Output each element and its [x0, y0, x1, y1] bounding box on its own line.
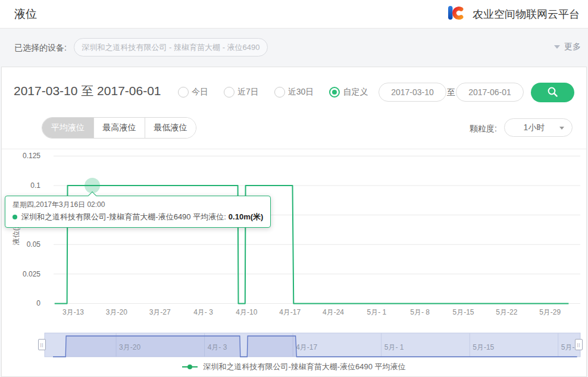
page-title: 液位	[14, 7, 37, 22]
radio-label: 近30日	[288, 87, 314, 98]
y-tick-label: 0.05	[5, 240, 40, 249]
tooltip-series-row: 深圳和之道科技有限公司-辣椒育苗大棚-液位6490 平均液位: 0.10m(米)	[12, 212, 263, 222]
granularity-value: 1小时	[524, 122, 545, 133]
metric-tab[interactable]: 平均液位	[42, 118, 93, 138]
tooltip-datetime: 星期四,2017年3月16日 02:00	[12, 200, 263, 210]
device-bar: 已选择的设备: 深圳和之道科技有限公司 - 辣椒育苗大棚 - 液位6490 更多	[0, 29, 588, 67]
radio-selected-icon	[329, 87, 340, 98]
end-date-input[interactable]	[456, 83, 524, 102]
tooltip-metric-label: 平均液位:	[193, 212, 226, 222]
quick-range-option[interactable]: 近30日	[274, 87, 314, 98]
more-label: 更多	[564, 42, 581, 52]
x-tick-label: 5月-15	[445, 307, 483, 318]
radio-icon	[224, 87, 234, 98]
quick-range-option[interactable]: 自定义	[329, 87, 368, 98]
y-tick-label: 0.1	[5, 181, 40, 190]
navigator-tick-label: 5月-15	[473, 343, 494, 353]
radio-label: 自定义	[343, 87, 368, 98]
quick-range-radio-group: 今日近7日近30日自定义	[178, 86, 368, 98]
selected-device-pill[interactable]: 深圳和之道科技有限公司 - 辣椒育苗大棚 - 液位6490	[74, 38, 268, 56]
chart-legend[interactable]: 深圳和之道科技有限公司-辣椒育苗大棚-液位6490 平均液位	[0, 362, 588, 372]
selected-device-label: 已选择的设备:	[14, 43, 67, 54]
x-tick-label: 3月-13	[54, 307, 92, 318]
radio-label: 今日	[192, 87, 208, 98]
series-dot-icon	[12, 215, 17, 219]
navigator-tick-label: 4月-17	[296, 343, 317, 353]
quick-range-option[interactable]: 今日	[178, 87, 208, 98]
x-tick-label: 3月-27	[141, 307, 179, 318]
x-tick-label: 4月-10	[227, 307, 265, 318]
tooltip-series-name: 深圳和之道科技有限公司-辣椒育苗大棚-液位6490	[21, 212, 191, 222]
radio-label: 近7日	[237, 87, 259, 98]
metric-tab[interactable]: 最低液位	[145, 118, 196, 138]
more-toggle[interactable]: 更多	[554, 42, 581, 52]
x-tick-label: 4月-24	[314, 307, 352, 318]
liquid-level-chart[interactable]	[0, 149, 588, 331]
x-tick-label: 5月-22	[487, 307, 526, 318]
x-tick-label: 4月- 3	[184, 307, 223, 318]
legend-label: 深圳和之道科技有限公司-辣椒育苗大棚-液位6490 平均液位	[203, 362, 405, 372]
legend-line-dot-icon	[182, 366, 198, 367]
datazoom-right-handle[interactable]: ||	[575, 339, 583, 350]
brand: 农业空间物联网云平台	[446, 4, 580, 25]
x-tick-label: 5月-29	[531, 307, 569, 318]
x-tick-label: 3月-20	[98, 307, 136, 318]
y-tick-label: 0	[5, 299, 40, 307]
kc-logo-icon	[446, 4, 467, 25]
x-tick-label: 5月- 8	[401, 307, 439, 318]
x-tick-label: 4月-17	[271, 307, 309, 318]
metric-tab-group: 平均液位最高液位最低液位	[42, 117, 196, 139]
y-tick-label: 0.025	[5, 270, 40, 278]
search-icon	[547, 86, 558, 99]
app-header: 液位 农业空间物联网云平台	[0, 0, 588, 29]
selected-range-title: 2017-03-10 至 2017-06-01	[14, 83, 161, 99]
datazoom-navigator[interactable]	[0, 331, 588, 359]
datazoom-left-handle[interactable]: ||	[38, 339, 46, 350]
navigator-tick-label: 4月- 3	[208, 343, 227, 353]
chevron-down-icon	[559, 127, 564, 130]
search-button[interactable]	[531, 83, 574, 102]
liquid-level-page: 液位 农业空间物联网云平台	[0, 0, 588, 377]
navigator-tick-label: 3月-20	[119, 343, 140, 353]
metric-tab[interactable]: 最高液位	[93, 118, 145, 138]
start-date-input[interactable]	[379, 83, 446, 102]
granularity-label: 颗粒度:	[470, 124, 497, 134]
y-tick-label: 0.125	[5, 152, 40, 160]
chevron-down-icon	[554, 45, 560, 49]
radio-icon	[178, 87, 189, 98]
brand-name: 农业空间物联网云平台	[473, 7, 580, 21]
radio-icon	[274, 87, 285, 98]
granularity-select[interactable]: 1小时	[504, 118, 573, 137]
date-between-label: 至	[447, 87, 455, 98]
quick-range-option[interactable]: 近7日	[224, 87, 259, 98]
chart-tooltip: 星期四,2017年3月16日 02:00 深圳和之道科技有限公司-辣椒育苗大棚-…	[5, 196, 271, 228]
tooltip-value: 0.10m(米)	[229, 212, 264, 222]
x-tick-label: 5月- 1	[358, 307, 396, 318]
navigator-tick-label: 5月- 1	[384, 343, 404, 353]
